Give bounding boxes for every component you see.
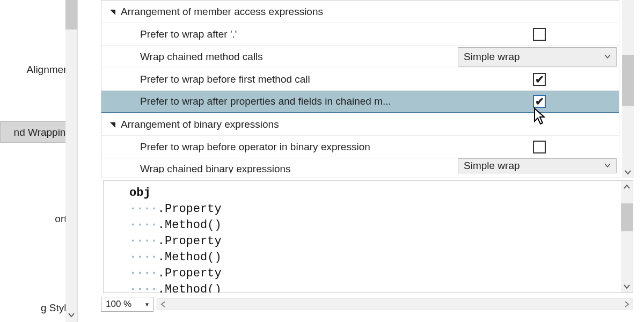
option-row[interactable]: Prefer to wrap before first method call …: [101, 68, 619, 91]
sidebar-item-label: nd Wrapping: [14, 127, 71, 138]
option-row[interactable]: Prefer to wrap after '.': [101, 23, 619, 46]
code-preview: obj ····.Property ····.Method() ····.Pro…: [103, 180, 633, 293]
option-label: Prefer to wrap after '.': [140, 28, 458, 40]
option-row-selected[interactable]: Prefer to wrap after properties and fiel…: [101, 91, 619, 113]
select-value: Simple wrap: [464, 51, 520, 63]
sidebar-item-wrapping[interactable]: nd Wrapping: [0, 121, 75, 143]
horizontal-scrollbar[interactable]: [157, 298, 633, 310]
chevron-down-icon[interactable]: [622, 166, 634, 178]
option-row[interactable]: Wrap chained binary expressions Simple w…: [101, 158, 619, 173]
bottom-bar: 100 % ▼: [101, 296, 633, 312]
chevron-down-icon[interactable]: [621, 281, 633, 292]
select-wrap-mode[interactable]: Simple wrap: [458, 47, 617, 67]
option-label: Wrap chained method calls: [140, 51, 458, 63]
chevron-down-icon: [604, 162, 611, 170]
zoom-select[interactable]: 100 % ▼: [101, 297, 153, 312]
sidebar-scrollbar[interactable]: [65, 0, 77, 322]
chevron-down-icon[interactable]: [67, 310, 76, 320]
select-wrap-mode[interactable]: Simple wrap: [458, 158, 617, 173]
sidebar-item-imports[interactable]: orts: [0, 208, 75, 230]
chevron-down-icon: [604, 53, 611, 61]
checkbox[interactable]: [533, 141, 546, 153]
settings-group-header[interactable]: Arrangement of binary expressions: [101, 113, 619, 136]
group-title: Arrangement of member access expressions: [121, 6, 619, 18]
preview-scroll-thumb[interactable]: [621, 203, 633, 231]
checkbox[interactable]: ✔: [533, 73, 546, 86]
chevron-left-icon[interactable]: [157, 299, 169, 310]
sidebar-item-alignment[interactable]: Alignment: [0, 59, 75, 80]
sidebar-item-style[interactable]: g Style: [0, 297, 75, 319]
settings-group-header[interactable]: Arrangement of member access expressions: [101, 1, 619, 23]
option-label: Prefer to wrap before operator in binary…: [140, 141, 458, 153]
code-body: obj ····.Property ····.Method() ····.Pro…: [129, 185, 617, 292]
main-panel: Arrangement of member access expressions…: [101, 0, 644, 322]
settings-scroll-thumb[interactable]: [622, 55, 634, 106]
option-label: Prefer to wrap before first method call: [140, 74, 458, 85]
settings-list: Arrangement of member access expressions…: [101, 0, 619, 178]
option-label: Wrap chained binary expressions: [140, 163, 458, 173]
option-label: Prefer to wrap after properties and fiel…: [140, 96, 458, 107]
select-value: Simple wrap: [464, 160, 520, 172]
option-row[interactable]: Prefer to wrap before operator in binary…: [101, 136, 619, 158]
chevron-right-icon[interactable]: [621, 299, 633, 310]
chevron-up-icon[interactable]: [621, 181, 633, 193]
option-row[interactable]: Wrap chained method calls Simple wrap: [101, 46, 619, 68]
group-title: Arrangement of binary expressions: [121, 119, 619, 130]
sidebar-scroll-thumb[interactable]: [65, 0, 77, 30]
expand-icon: [109, 9, 115, 15]
expand-icon: [109, 121, 115, 128]
sidebar: Alignment nd Wrapping orts g Style: [0, 0, 78, 322]
checkbox[interactable]: [533, 28, 546, 41]
preview-scrollbar[interactable]: [621, 181, 633, 293]
zoom-value: 100 %: [106, 299, 131, 310]
caret-down-icon: ▼: [144, 302, 150, 308]
checkbox[interactable]: ✔: [533, 95, 546, 108]
